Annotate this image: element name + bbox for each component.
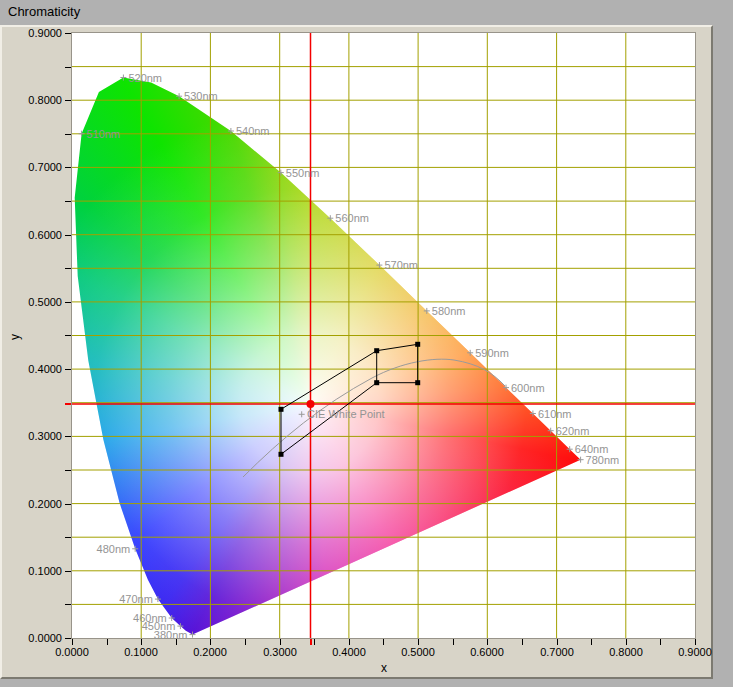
wavelength-label-600nm: 600nm	[511, 382, 545, 393]
wavelength-label-470nm: 470nm	[119, 594, 153, 605]
y-tick-label: 0.0000	[0, 633, 62, 644]
x-tick-label: 0.9000	[665, 647, 725, 658]
x-tick-label: 0.8000	[596, 647, 656, 658]
bin-vertex-handle[interactable]	[374, 380, 379, 385]
y-tick-label: 0.7000	[0, 162, 62, 173]
bin-vertex-handle[interactable]	[374, 348, 379, 353]
titlebar: Chromaticity	[0, 0, 733, 25]
y-tick-label: 0.2000	[0, 499, 62, 510]
x-tick-label: 0.3000	[250, 647, 310, 658]
plot-area[interactable]: 520nm 530nm 540nm 510nm 550nm 560nm 570n…	[71, 32, 696, 639]
x-tick-label: 0.1000	[111, 647, 171, 658]
y-tick-label: 0.8000	[0, 95, 62, 106]
wavelength-label-480nm: 480nm	[97, 543, 131, 554]
wavelength-label-570nm: 570nm	[384, 260, 418, 271]
bin-vertex-handle[interactable]	[279, 452, 284, 457]
bin-vertex-handle[interactable]	[415, 342, 420, 347]
crosshair-x-axis-tick	[310, 639, 312, 645]
bin-vertex-handle[interactable]	[279, 407, 284, 412]
x-axis-title: x	[349, 661, 419, 675]
x-tick-label: 0.6000	[457, 647, 517, 658]
bin-vertex-handle[interactable]	[415, 380, 420, 385]
y-tick-label: 0.6000	[0, 230, 62, 241]
x-tick-label: 0.5000	[388, 647, 448, 658]
plot-overlay	[72, 33, 695, 638]
x-tick-label: 0.7000	[527, 647, 587, 658]
wavelength-label-780nm: 780nm	[586, 454, 620, 465]
window-title: Chromaticity	[8, 4, 80, 19]
wavelength-label-540nm: 540nm	[236, 126, 270, 137]
wavelength-label-530nm: 530nm	[184, 91, 218, 102]
wavelength-label-580nm: 580nm	[432, 305, 466, 316]
y-tick-label: 0.5000	[0, 297, 62, 308]
x-tick-label: 0.4000	[319, 647, 379, 658]
y-tick-label: 0.4000	[0, 364, 62, 375]
wavelength-label-380nm: 380nm	[154, 629, 188, 640]
wavelength-label-620nm: 620nm	[556, 425, 590, 436]
x-tick-label: 0.0000	[42, 647, 102, 658]
chromaticity-window: { "window": { "title": "Chromaticity" },…	[0, 0, 733, 687]
wavelength-label-590nm: 590nm	[475, 347, 509, 358]
wavelength-label-610nm: 610nm	[538, 408, 572, 419]
wavelength-label-550nm: 550nm	[286, 167, 320, 178]
y-axis-title: y	[8, 334, 22, 340]
x-tick-label: 0.2000	[180, 647, 240, 658]
y-tick-label: 0.1000	[0, 566, 62, 577]
y-tick-label: 0.3000	[0, 431, 62, 442]
y-tick-label: 0.9000	[0, 28, 62, 39]
wavelength-label-510nm: 510nm	[87, 128, 121, 139]
wavelength-label-560nm: 560nm	[335, 213, 369, 224]
white-point-label: CIE White Point	[307, 409, 385, 420]
grid-horizontal-lines	[72, 67, 695, 605]
wavelength-label-520nm: 520nm	[128, 72, 162, 83]
